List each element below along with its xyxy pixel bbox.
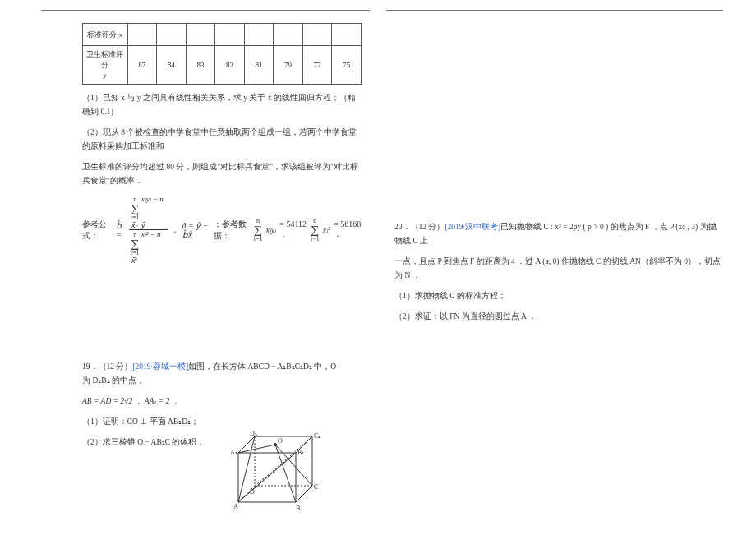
sum2-body: xᵢ² [323, 225, 330, 234]
formula-prefix: 参考公式： [82, 219, 113, 242]
q19-line3: （1）证明：CO ⊥ 平面 AB₁D₁； [82, 415, 345, 429]
table-cell [186, 24, 215, 46]
table-cell: 79 [274, 46, 303, 85]
lbl-D: D [250, 488, 255, 496]
lbl-D1: D₁ [250, 430, 257, 437]
table-cell: 81 [244, 46, 274, 85]
table-cell [274, 24, 303, 46]
left-page: 标准评分 x 卫生标准评分 y 87 84 83 82 81 79 77 75 … [0, 0, 378, 535]
q20-line3: （1）求抛物线 C 的标准方程； [394, 289, 723, 303]
lbl-B: B [296, 505, 300, 512]
q20-line2: 一点，且点 P 到焦点 F 的距离为 4 ．过 A (a, 0) 作抛物线 C … [394, 255, 723, 283]
svg-point-7 [274, 444, 277, 446]
q19-num: 19．（12 分） [82, 362, 132, 371]
cuboid-diagram: D₁ C₁ A₁ B₁ O D C A B [214, 428, 329, 519]
q18-formula: 参考公式： b̂ = n∑i=1 xᵢyᵢ − n x̄ · ȳ n∑i=1 x… [82, 195, 362, 265]
fraction: n∑i=1 xᵢyᵢ − n x̄ · ȳ n∑i=1 xᵢ² − n x̄² [129, 195, 168, 265]
lbl-O: O [278, 437, 283, 445]
q18-part2b: 卫生标准的评分均超过 80 分，则组成"对比标兵食堂"，求该组被评为"对比标兵食… [82, 160, 362, 188]
q20-line4: （2）求证：以 FN 为直径的圆过点 A ． [394, 310, 723, 324]
table-row: 卫生标准评分 y 87 84 83 82 81 79 77 75 [83, 46, 362, 85]
row1-label: 标准评分 x [83, 24, 128, 46]
table-cell: 87 [127, 46, 157, 85]
lbl-C1: C₁ [314, 432, 320, 440]
a-hat: â = ȳ − b̂x̄ [182, 221, 211, 239]
table-cell [332, 24, 362, 46]
q18-part2a: （2）现从 8 个被检查的中学食堂中任意抽取两个组成一组，若两个中学食堂的原料采… [82, 126, 362, 154]
table-cell: 75 [332, 46, 362, 85]
lbl-A: A [233, 503, 238, 510]
table-cell [244, 24, 274, 46]
lbl-A1: A₁ [230, 449, 237, 456]
table-cell [302, 24, 332, 46]
sum2: n∑i=1 [311, 218, 320, 242]
table-row: 标准评分 x [83, 24, 362, 46]
table-cell [215, 24, 245, 46]
q20-source: [2019·汉中联考] [445, 223, 500, 231]
q20-header: 20．（12 分）[2019·汉中联考]已知抛物线 C : x² = 2py (… [394, 220, 723, 248]
q20: 20．（12 分）[2019·汉中联考]已知抛物线 C : x² = 2py (… [394, 214, 723, 331]
svg-line-6 [238, 445, 275, 453]
eq2: = 56168 ． [334, 219, 362, 240]
table-cell [157, 24, 187, 46]
q18-part1: （1）已知 x 与 y 之间具有线性相关关系，求 y 关于 x 的线性回归方程；… [82, 91, 362, 119]
sum1-body: xᵢyᵢ [265, 225, 276, 234]
formula-mid2: ；参考数据： [214, 219, 251, 242]
score-table: 标准评分 x 卫生标准评分 y 87 84 83 82 81 79 77 75 [82, 23, 362, 85]
q19-source: [2019·蓉城一模] [132, 362, 188, 371]
b-hat: b̂ = [116, 221, 126, 239]
q19-line2: AB = AD = 2√2 ， AA₁ = 2 ． [82, 394, 345, 408]
row2-label: 卫生标准评分 y [83, 46, 128, 85]
table-cell: 77 [302, 46, 332, 85]
table-cell: 82 [215, 46, 245, 85]
right-page: 20．（12 分）[2019·汉中联考]已知抛物线 C : x² = 2py (… [378, 0, 756, 535]
formula-mid: ， [171, 224, 179, 236]
q19-header: 19．（12 分）[2019·蓉城一模]如图，在长方体 ABCD − A₁B₁C… [82, 360, 345, 388]
lbl-B1: B₁ [297, 449, 304, 456]
lbl-C: C [314, 483, 318, 491]
page-rule [386, 10, 723, 11]
table-cell [127, 24, 157, 46]
q20-num: 20．（12 分） [394, 223, 445, 231]
sum1: n∑i=1 [254, 218, 263, 242]
eq1: = 54112 ， [279, 219, 307, 240]
page-rule [41, 10, 370, 11]
table-cell: 83 [186, 46, 215, 85]
table-cell: 84 [157, 46, 187, 85]
